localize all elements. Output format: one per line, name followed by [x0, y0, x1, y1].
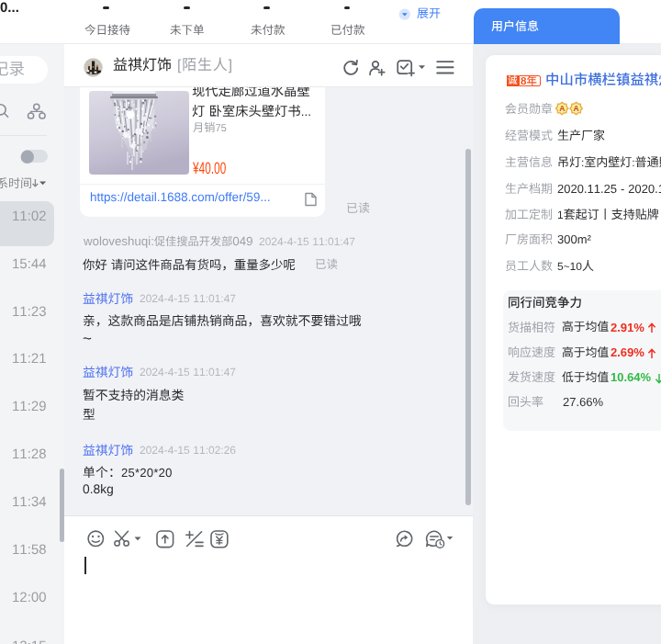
svg-text:A: A	[559, 104, 565, 113]
svg-text:A: A	[574, 104, 579, 113]
